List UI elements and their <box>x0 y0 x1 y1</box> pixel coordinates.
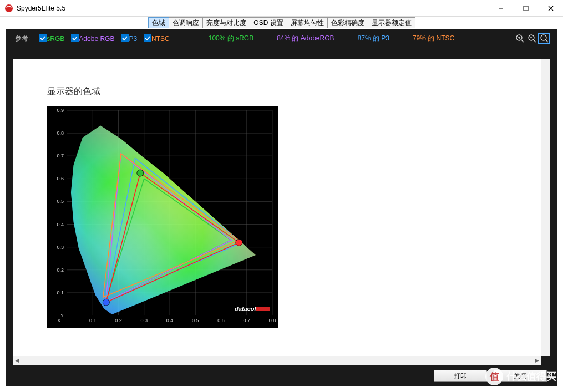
vertical-scrollbar[interactable] <box>541 59 550 356</box>
coverage-readout: 100% 的 sRGB 84% 的 AdobeRGB 87% 的 P3 79% … <box>209 34 455 43</box>
svg-point-12 <box>541 35 546 40</box>
svg-point-50 <box>236 239 242 246</box>
gamut-label-adobergb[interactable]: Adobe RGB <box>79 35 114 43</box>
tab-3[interactable]: OSD 设置 <box>250 17 287 28</box>
svg-text:0.1: 0.1 <box>89 318 97 323</box>
svg-point-51 <box>137 170 144 176</box>
svg-text:0.1: 0.1 <box>57 290 64 296</box>
scroll-track[interactable] <box>22 356 532 365</box>
svg-rect-54 <box>256 307 270 311</box>
close-report-button[interactable]: 关闭 <box>494 370 547 382</box>
zoom-controls <box>514 33 550 44</box>
svg-rect-2 <box>524 6 528 11</box>
coverage-p3: 87% 的 P3 <box>358 34 389 43</box>
svg-text:0.6: 0.6 <box>57 176 64 181</box>
maximize-button[interactable] <box>513 0 538 17</box>
svg-text:0.8: 0.8 <box>57 130 64 136</box>
zoom-in-icon[interactable] <box>514 33 526 44</box>
print-button[interactable]: 打印 <box>434 370 487 382</box>
minimize-button[interactable] <box>488 0 513 17</box>
content-area: 参考: sRGBAdobe RGBP3NTSC 100% 的 sRGB 84% … <box>6 29 557 366</box>
tab-2[interactable]: 亮度与对比度 <box>202 17 250 28</box>
horizontal-scrollbar[interactable]: ◄ ► <box>13 356 541 365</box>
checkbox-ntsc[interactable] <box>144 34 151 42</box>
svg-text:0.5: 0.5 <box>57 198 64 204</box>
svg-text:0.6: 0.6 <box>217 318 225 323</box>
checkbox-p3[interactable] <box>121 34 129 42</box>
scroll-left-icon[interactable]: ◄ <box>13 356 22 365</box>
gamut-label-ntsc[interactable]: NTSC <box>151 35 170 43</box>
reference-label: 参考: <box>15 34 30 43</box>
svg-text:0.2: 0.2 <box>57 267 64 273</box>
close-button[interactable] <box>538 0 563 17</box>
reference-bar: 参考: sRGBAdobe RGBP3NTSC 100% 的 sRGB 84% … <box>6 29 557 47</box>
svg-text:0.9: 0.9 <box>57 108 64 113</box>
window-title: Spyder5Elite 5.5 <box>17 4 65 12</box>
report-panel: 显示器的色域 0.10.20.30.40.50.60.70.80.10.20.3… <box>13 59 550 356</box>
svg-text:X: X <box>57 318 60 323</box>
zoom-fit-icon[interactable] <box>538 33 550 44</box>
checkbox-adobergb[interactable] <box>71 34 79 42</box>
coverage-srgb: 100% 的 sRGB <box>209 34 253 43</box>
gamut-label-srgb[interactable]: sRGB <box>47 35 64 43</box>
coverage-adobergb: 84% 的 AdobeRGB <box>277 34 334 43</box>
app-icon <box>4 4 13 13</box>
tabstrip: 色域色调响应亮度与对比度OSD 设置屏幕均匀性色彩精确度显示器额定值 <box>6 17 557 29</box>
svg-text:0.2: 0.2 <box>115 318 122 323</box>
tab-6[interactable]: 显示器额定值 <box>368 17 415 28</box>
tab-1[interactable]: 色调响应 <box>169 17 203 28</box>
tab-0[interactable]: 色域 <box>148 17 169 28</box>
tab-4[interactable]: 屏幕均匀性 <box>287 17 328 28</box>
svg-text:Y: Y <box>60 313 64 318</box>
coverage-ntsc: 79% 的 NTSC <box>413 34 454 43</box>
page-heading: 显示器的色域 <box>47 86 100 98</box>
svg-text:0.5: 0.5 <box>192 318 199 323</box>
svg-line-10 <box>534 40 536 42</box>
checkbox-srgb[interactable] <box>39 34 47 42</box>
svg-text:0.4: 0.4 <box>57 222 64 227</box>
svg-text:0.8: 0.8 <box>269 318 276 323</box>
svg-line-6 <box>521 40 524 42</box>
footer: 打印 关闭 <box>6 366 557 386</box>
svg-line-13 <box>546 40 548 42</box>
scroll-right-icon[interactable]: ► <box>532 356 541 365</box>
svg-point-52 <box>103 299 109 306</box>
zoom-out-icon[interactable] <box>526 33 538 44</box>
main-frame: 色域色调响应亮度与对比度OSD 设置屏幕均匀性色彩精确度显示器额定值 参考: s… <box>6 17 557 386</box>
gamut-chart: 0.10.20.30.40.50.60.70.80.10.20.30.40.50… <box>47 106 278 328</box>
svg-text:0.7: 0.7 <box>57 153 64 159</box>
svg-text:0.3: 0.3 <box>57 245 64 250</box>
titlebar: Spyder5Elite 5.5 <box>0 0 563 17</box>
window-controls <box>488 0 563 17</box>
tab-5[interactable]: 色彩精确度 <box>327 17 368 28</box>
svg-text:0.3: 0.3 <box>140 318 148 323</box>
svg-text:0.7: 0.7 <box>243 318 250 323</box>
svg-point-0 <box>5 4 13 12</box>
svg-text:0.4: 0.4 <box>166 318 174 323</box>
gamut-label-p3[interactable]: P3 <box>129 35 137 43</box>
